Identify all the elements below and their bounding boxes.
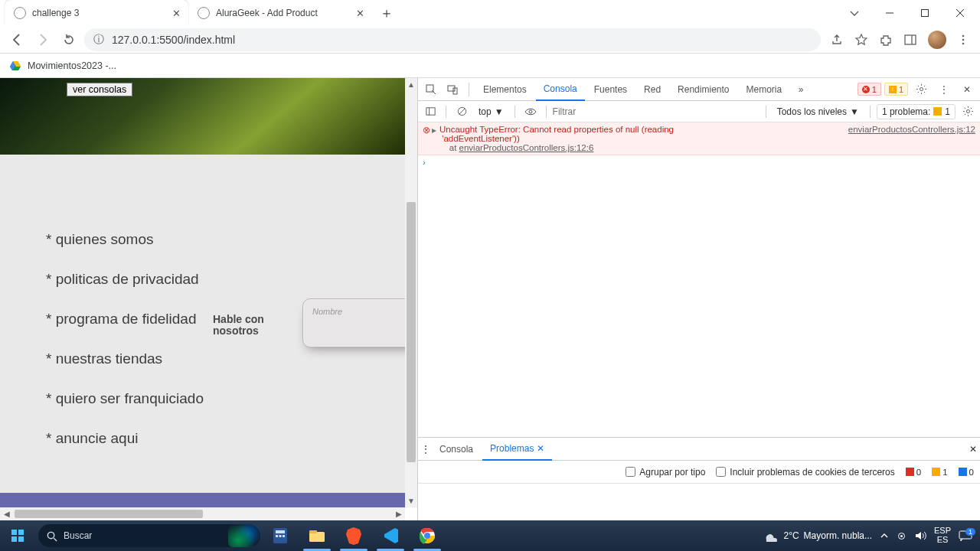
close-icon[interactable]: ✕	[537, 443, 544, 454]
browser-tab-2[interactable]: AluraGeek - Add Product ✕	[188, 0, 372, 26]
pin-chrome[interactable]	[409, 520, 446, 551]
pin-explorer[interactable]	[299, 520, 335, 551]
bookmark-item[interactable]: Movimientos2023 -...	[28, 60, 116, 71]
tab-title: challenge 3	[32, 8, 79, 18]
live-expression-icon[interactable]	[521, 103, 540, 121]
minimize-button[interactable]	[873, 2, 906, 24]
new-tab-button[interactable]: ＋	[372, 4, 401, 22]
close-window-button[interactable]	[943, 2, 977, 24]
svg-rect-0	[922, 10, 929, 17]
chevron-down-icon[interactable]	[838, 2, 871, 24]
scroll-left-icon[interactable]: ◀	[0, 510, 13, 518]
notifications-button[interactable]: 1	[959, 530, 972, 542]
weather-widget[interactable]: 2°C Mayorm. nubla...	[762, 530, 872, 542]
tab-elements[interactable]: Elementos	[475, 78, 534, 101]
svg-point-28	[900, 535, 903, 537]
source-link[interactable]: enviarProductosControllers.js:12	[841, 125, 975, 152]
address-bar[interactable]: ⓘ 127.0.0.1:5500/index.html	[84, 28, 821, 51]
svg-point-2	[962, 34, 965, 37]
svg-rect-1	[905, 35, 916, 44]
back-button[interactable]	[6, 29, 28, 51]
drive-icon	[9, 60, 21, 72]
drawer-tab-console[interactable]: Consola	[432, 438, 481, 461]
more-tabs-icon[interactable]: »	[791, 80, 811, 99]
tab-memory[interactable]: Memoria	[738, 78, 789, 101]
footer-link[interactable]: * quiero ser franquiciado	[46, 390, 405, 407]
close-icon[interactable]: ✕	[172, 8, 181, 19]
bookmark-star-icon[interactable]	[854, 33, 868, 47]
language-indicator[interactable]: ESP ES	[934, 527, 951, 544]
svg-rect-19	[276, 530, 285, 533]
footer-link[interactable]: * nuestras tiendas	[46, 350, 405, 367]
volume-icon[interactable]	[914, 530, 926, 541]
issue-count-info: 0	[959, 468, 974, 477]
drawer-tab-problems[interactable]: Problemas ✕	[482, 438, 552, 461]
tab-network[interactable]: Red	[636, 78, 668, 101]
close-devtools-icon[interactable]: ✕	[957, 80, 977, 99]
context-selector[interactable]: top ▼	[474, 106, 508, 117]
tab-sources[interactable]: Fuentes	[586, 78, 635, 101]
taskbar-search[interactable]: Buscar	[38, 524, 260, 547]
browser-tab-1[interactable]: challenge 3 ✕	[5, 0, 188, 26]
location-icon[interactable]	[897, 531, 906, 541]
svg-rect-21	[279, 535, 282, 537]
scroll-down-icon[interactable]: ▼	[405, 494, 417, 507]
name-input[interactable]: Nombre	[302, 298, 417, 347]
gear-icon[interactable]	[959, 103, 977, 121]
filter-input[interactable]	[553, 103, 760, 120]
issues-pill[interactable]: 1 problema: 1	[877, 104, 956, 119]
profile-avatar[interactable]	[928, 31, 946, 49]
ver-consolas-button[interactable]: ver consolas	[67, 83, 132, 96]
tray-chevron-icon[interactable]	[880, 531, 889, 540]
start-button[interactable]	[0, 520, 35, 551]
maximize-button[interactable]	[908, 2, 942, 24]
kebab-icon[interactable]: ⋮	[421, 444, 430, 455]
kebab-icon[interactable]: ⋮	[934, 80, 954, 99]
stack-link[interactable]: enviarProductosControllers.js:12:6	[459, 143, 594, 152]
close-icon[interactable]: ✕	[356, 8, 364, 19]
expand-icon[interactable]: ▸	[432, 125, 439, 152]
close-drawer-icon[interactable]: ✕	[969, 444, 977, 455]
pin-vscode[interactable]	[372, 520, 409, 551]
console-error-row[interactable]: ⊗ ▸ Uncaught TypeError: Cannot read prop…	[418, 122, 980, 155]
horizontal-scrollbar[interactable]: ◀ ▶	[0, 507, 405, 520]
thirdparty-cookies-checkbox[interactable]: Incluir problemas de cookies de terceros	[716, 467, 894, 478]
console-sidebar-icon[interactable]	[421, 103, 439, 121]
inspect-icon[interactable]	[421, 80, 441, 99]
device-toggle-icon[interactable]	[443, 80, 462, 99]
group-by-type-checkbox[interactable]: Agrupar por tipo	[626, 467, 705, 478]
scroll-thumb[interactable]	[15, 510, 203, 518]
page-footer-strip	[0, 493, 405, 507]
console-prompt[interactable]: ›	[418, 155, 980, 169]
cloud-icon	[762, 530, 779, 542]
extensions-icon[interactable]	[879, 33, 893, 47]
hero-banner: ver consolas	[0, 78, 405, 155]
globe-icon	[198, 7, 210, 19]
scroll-thumb[interactable]	[407, 202, 416, 462]
vertical-scrollbar[interactable]: ▲ ▼	[405, 78, 417, 507]
scroll-up-icon[interactable]: ▲	[405, 78, 417, 91]
footer-link[interactable]: * anuncie aqui	[46, 430, 405, 447]
share-icon[interactable]	[830, 33, 844, 47]
svg-rect-20	[276, 535, 278, 537]
forward-button[interactable]	[32, 29, 54, 51]
pin-calculator[interactable]	[262, 520, 299, 551]
log-levels-selector[interactable]: Todos los niveles ▼	[773, 106, 864, 117]
pin-brave[interactable]	[335, 520, 372, 551]
warning-count-badge[interactable]: !1	[884, 83, 908, 96]
gear-icon[interactable]	[911, 80, 931, 99]
sidepanel-icon[interactable]	[903, 33, 917, 47]
site-info-icon[interactable]: ⓘ	[93, 33, 104, 47]
scroll-right-icon[interactable]: ▶	[392, 510, 405, 518]
issue-count-errors: 0	[906, 468, 921, 477]
reload-button[interactable]	[58, 29, 80, 51]
menu-icon[interactable]	[957, 34, 969, 46]
footer-link[interactable]: * politicas de privacidad	[46, 271, 405, 288]
tab-console[interactable]: Consola	[536, 78, 585, 101]
footer-link[interactable]: * quienes somos	[46, 231, 405, 248]
chevron-down-icon: ▼	[495, 106, 504, 117]
error-count-badge[interactable]: ✕1	[858, 83, 881, 96]
tab-performance[interactable]: Rendimiento	[670, 78, 737, 101]
clear-console-icon[interactable]	[452, 103, 471, 121]
error-dot-icon: ⊗	[423, 125, 432, 152]
